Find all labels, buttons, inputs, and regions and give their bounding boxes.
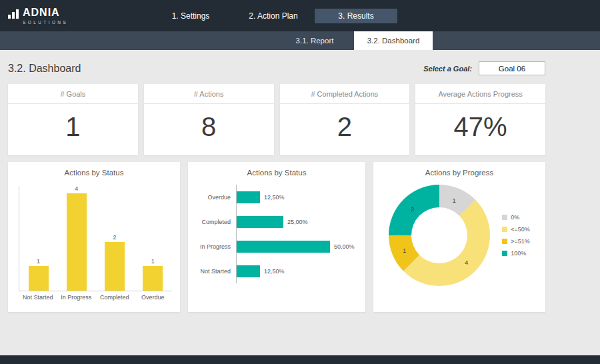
bar[interactable] [237,241,330,253]
column-chart-plot: 1421 [19,186,172,291]
legend-swatch-icon [502,239,507,244]
slice-value-label: 1 [452,197,455,204]
legend-swatch-icon [502,251,507,256]
donut-chart: 1412 [389,185,490,286]
bar[interactable] [105,242,125,291]
bar[interactable] [237,265,260,277]
kpi-value: 47% [415,112,545,142]
brand-name: ADNIA [23,7,68,18]
y-axis-label: Completed [193,219,236,225]
kpi-label: # Completed Actions [280,84,410,104]
x-axis-label: Not Started [21,294,55,301]
chart-title: Actions by Status [188,169,365,177]
x-axis-label: Completed [97,294,132,301]
x-axis-label: Overdue [135,294,170,301]
legend-item[interactable]: 0% [502,214,530,221]
legend-swatch-icon [502,227,507,232]
brand-subtitle: SOLUTIONS [23,20,68,25]
goal-select-label: Select a Goal: [423,65,472,73]
chart-actions-by-status-column: Actions by Status 1421 Not StartedIn Pro… [8,162,180,312]
chart-actions-by-progress-donut: Actions by Progress 1412 0%<=50%>=51%100… [373,162,545,312]
bar-zone: 12,50% [236,259,359,283]
sub-nav: 3.1. Report 3.2. Dashboard [0,31,600,50]
kpi-label: # Actions [144,84,274,104]
bar-zone: 50,00% [236,234,359,259]
charts-row: Actions by Status 1421 Not StartedIn Pro… [8,162,545,312]
slice-value-label: 1 [403,246,406,253]
donut-chart-area: 1412 0%<=50%>=51%100% [373,185,545,286]
bar-zone: 12,50% [236,185,359,209]
bar[interactable] [237,216,283,228]
bar-row: Not Started12,50% [193,259,359,283]
kpi-row: # Goals 1 # Actions 8 # Completed Action… [8,84,545,155]
bar[interactable] [143,266,163,291]
legend-item[interactable]: 100% [502,250,530,257]
top-header: ADNIA SOLUTIONS 1. Settings 2. Action Pl… [0,0,600,31]
bar-zone: 25,00% [236,209,359,234]
kpi-value: 2 [280,112,410,142]
y-axis-label: In Progress [193,243,236,250]
bar-column: 1 [143,258,163,291]
dashboard-main: 3.2. Dashboard Select a Goal: Goal 06 # … [0,50,600,312]
goal-select-group: Select a Goal: Goal 06 [423,61,545,75]
kpi-card-actions: # Actions 8 [144,84,274,155]
legend-item[interactable]: >=51% [502,238,530,245]
bar-value-label: 12,50% [264,194,285,201]
bar-column: 4 [67,185,87,291]
bar-chart-plot: Overdue12,50%Completed25,00%In Progress5… [193,185,359,283]
brand-text: ADNIA SOLUTIONS [23,7,68,25]
bar-row: Completed25,00% [193,209,359,234]
kpi-value: 8 [144,112,274,142]
legend-label: 100% [511,250,526,257]
bar-column: 1 [29,258,49,291]
x-axis-label: In Progress [59,294,93,301]
donut-hole [411,207,467,263]
legend-item[interactable]: <=50% [502,226,530,233]
bar-value-label: 50,00% [334,243,355,250]
bar-chart-logo-icon [8,9,19,19]
bottom-bar [0,355,600,364]
chart-legend: 0%<=50%>=51%100% [502,214,530,257]
legend-label: <=50% [511,226,530,233]
sub-nav-tabs: 3.1. Report 3.2. Dashboard [275,31,433,50]
slice-value-label: 4 [465,259,468,266]
y-axis-label: Not Started [193,268,236,275]
bar-value-label: 1 [37,258,40,265]
legend-label: 0% [511,214,519,221]
kpi-card-average-progress: Average Actions Progress 47% [415,84,545,155]
kpi-value: 1 [8,112,138,142]
bar-column: 2 [105,234,125,291]
main-nav: 1. Settings 2. Action Plan 3. Results [149,0,397,31]
kpi-card-goals: # Goals 1 [8,84,138,155]
legend-swatch-icon [502,215,507,220]
bar-row: Overdue12,50% [193,185,359,209]
brand-logo: ADNIA SOLUTIONS [8,7,68,25]
bar[interactable] [237,191,260,203]
bar-value-label: 1 [151,258,155,265]
tab-action-plan[interactable]: 2. Action Plan [232,9,315,23]
page-title: 3.2. Dashboard [8,63,81,75]
bar-value-label: 25,00% [287,219,308,225]
bar[interactable] [29,266,49,291]
page-head: 3.2. Dashboard Select a Goal: Goal 06 [8,50,545,84]
kpi-label: # Goals [8,84,138,104]
tab-settings[interactable]: 1. Settings [149,9,232,23]
chart-title: Actions by Progress [373,169,545,177]
chart-title: Actions by Status [8,169,180,177]
chart-actions-by-status-bar: Actions by Status Overdue12,50%Completed… [188,162,365,312]
slice-value-label: 2 [411,205,414,212]
tab-results[interactable]: 3. Results [315,9,397,23]
kpi-label: Average Actions Progress [415,84,545,104]
bar-value-label: 2 [113,234,117,241]
tab-report[interactable]: 3.1. Report [275,31,354,50]
goal-select-input[interactable]: Goal 06 [479,61,545,75]
tab-dashboard[interactable]: 3.2. Dashboard [354,31,433,50]
y-axis-label: Overdue [193,194,236,201]
app-root: ADNIA SOLUTIONS 1. Settings 2. Action Pl… [0,0,600,312]
column-chart-axis: Not StartedIn ProgressCompletedOverdue [19,294,172,301]
bar[interactable] [67,193,87,291]
bar-value-label: 12,50% [264,268,285,275]
bar-value-label: 4 [75,185,78,192]
bar-row: In Progress50,00% [193,234,359,259]
legend-label: >=51% [511,238,530,245]
